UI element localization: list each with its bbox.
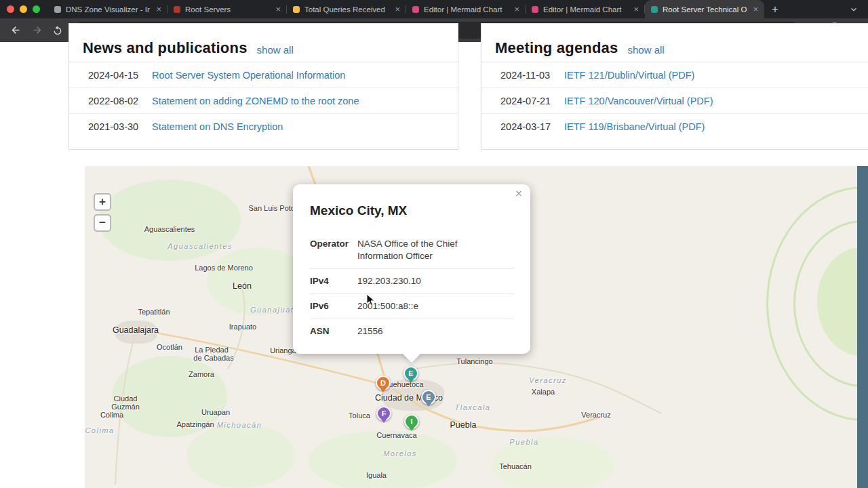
tab-close-icon[interactable]: ×	[393, 4, 400, 14]
map-place-label: Toluca	[349, 411, 370, 420]
popup-row-label: IPv4	[310, 275, 357, 287]
tab-title: Editor | Mermaid Chart	[424, 5, 508, 14]
tab-close-icon[interactable]: ×	[751, 4, 758, 14]
map-place-label: Zamora	[189, 370, 214, 378]
map-place-label: Veracruz	[529, 376, 567, 384]
map-place-label: Aguascalientes	[167, 242, 233, 250]
tab-favicon-icon	[651, 6, 658, 13]
news-link[interactable]: Statement on DNS Encryption	[152, 121, 283, 132]
map-place-label: Apatzingán	[176, 420, 214, 428]
popup-row: OperatorNASA Office of the Chief Informa…	[310, 232, 513, 269]
root-server-marker[interactable]: I	[404, 414, 419, 429]
forward-button[interactable]	[28, 22, 45, 39]
browser-tab[interactable]: Root Servers×	[167, 0, 287, 18]
news-row: 2024-04-15Root Server System Operational…	[69, 62, 458, 88]
map-place-label: Lagos de Moreno	[195, 264, 253, 272]
tab-title: Root Servers	[185, 5, 269, 14]
map-place-label: Guanajuato	[250, 306, 299, 314]
news-row: 2021-03-30Statement on DNS Encryption	[69, 114, 458, 140]
tab-close-icon[interactable]: ×	[155, 4, 161, 14]
window-minimize-button[interactable]	[20, 5, 27, 13]
meetings-heading: Meeting agendas	[495, 41, 618, 56]
news-link[interactable]: Root Server System Operational Informati…	[152, 70, 345, 81]
root-server-marker[interactable]: F	[376, 406, 391, 421]
tab-favicon-icon	[293, 6, 300, 13]
map-place-label: Ocotlán	[157, 343, 182, 351]
tab-title: DNS Zone Visualizer - Interac	[66, 5, 150, 14]
tab-favicon-icon	[412, 6, 419, 13]
meeting-link[interactable]: IETF 119/Brisbane/Virtual (PDF)	[564, 121, 705, 132]
tab-close-icon[interactable]: ×	[274, 4, 281, 14]
meeting-row: 2024-11-03IETF 121/Dublin/Virtual (PDF)	[481, 62, 868, 88]
news-date: 2021-03-30	[88, 121, 152, 132]
popup-row-label: Operator	[310, 238, 357, 262]
map-place-label: Xalapa	[532, 388, 555, 396]
map-place-label: Iguala	[366, 471, 387, 479]
popup-row: ASN21556	[310, 319, 513, 344]
map-sea	[857, 166, 868, 488]
news-date: 2024-04-15	[88, 70, 152, 81]
meetings-show-all-link[interactable]: show all	[627, 45, 664, 56]
tab-list: DNS Zone Visualizer - Interac×Root Serve…	[48, 0, 764, 18]
tab-close-icon[interactable]: ×	[513, 4, 519, 14]
news-card: News and publications show all 2024-04-1…	[68, 23, 458, 150]
tab-search-chevron-icon[interactable]	[849, 5, 868, 14]
map-place-label: Tulancingo	[456, 357, 492, 365]
news-row: 2022-08-02Statement on adding ZONEMD to …	[69, 88, 458, 114]
popup-row-label: ASN	[310, 325, 357, 338]
popup-title: Mexico City, MX	[310, 203, 513, 218]
meeting-date: 2024-07-21	[500, 96, 564, 106]
meeting-link[interactable]: IETF 121/Dublin/Virtual (PDF)	[564, 70, 694, 81]
browser-window: DNS Zone Visualizer - Interac×Root Serve…	[0, 0, 868, 488]
meeting-agendas-card: Meeting agendas show all 2024-11-03IETF …	[481, 23, 868, 150]
tab-favicon-icon	[174, 6, 180, 13]
window-controls	[0, 5, 48, 13]
page-content: News and publications show all 2024-04-1…	[0, 42, 868, 488]
meeting-link[interactable]: IETF 120/Vancouver/Virtual (PDF)	[564, 96, 713, 106]
map-place-label: Michoacán	[217, 421, 262, 429]
news-heading: News and publications	[83, 41, 248, 56]
root-server-map[interactable]: San Luis PotosíAguascalientesAguascalien…	[85, 166, 868, 488]
root-server-marker[interactable]: E	[403, 366, 418, 381]
map-place-label: Tlaxcala	[455, 403, 491, 411]
browser-tab[interactable]: Total Queries Received×	[287, 0, 406, 18]
map-place-label: Puebla	[509, 438, 538, 446]
map-place-label: Colima	[85, 426, 114, 434]
map-popup: × Mexico City, MX OperatorNASA Office of…	[293, 184, 530, 354]
browser-tab[interactable]: Editor | Mermaid Chart×	[406, 0, 526, 18]
map-place-label: Uruapan	[201, 408, 230, 416]
news-link[interactable]: Statement on adding ZONEMD to the root z…	[152, 96, 359, 106]
map-place-label: La Piedad	[195, 346, 229, 354]
map-place-label: Puebla	[450, 420, 477, 430]
map-zoom-in-button[interactable]: +	[94, 193, 111, 211]
root-server-marker[interactable]: E	[421, 390, 436, 405]
popup-row-value: NASA Office of the Chief Information Off…	[357, 238, 501, 262]
browser-tab[interactable]: Root Server Technical Opera×	[645, 0, 764, 18]
browser-tab[interactable]: DNS Zone Visualizer - Interac×	[48, 0, 167, 18]
window-zoom-button[interactable]	[33, 5, 40, 13]
tab-title: Root Server Technical Opera	[663, 5, 747, 14]
news-date: 2022-08-02	[88, 96, 152, 106]
browser-tab-bar: DNS Zone Visualizer - Interac×Root Serve…	[0, 0, 868, 18]
news-show-all-link[interactable]: show all	[257, 45, 294, 56]
meeting-date: 2024-11-03	[500, 70, 564, 81]
window-close-button[interactable]	[7, 5, 14, 13]
map-place-label: Veracruz	[581, 411, 610, 419]
reload-button[interactable]	[49, 22, 66, 39]
popup-row-label: IPv6	[310, 300, 357, 312]
popup-close-icon[interactable]: ×	[515, 188, 522, 199]
browser-tab[interactable]: Editor | Mermaid Chart×	[526, 0, 645, 18]
meeting-row: 2024-07-21IETF 120/Vancouver/Virtual (PD…	[481, 88, 868, 114]
map-place-label: Ciudad	[114, 394, 138, 403]
map-place-label: Guzmán	[111, 403, 140, 411]
new-tab-button[interactable]: +	[764, 0, 786, 18]
map-place-label: León	[233, 281, 252, 291]
mouse-cursor	[366, 293, 376, 307]
tab-close-icon[interactable]: ×	[632, 4, 639, 14]
map-zoom-out-button[interactable]: −	[94, 214, 111, 232]
map-place-label: Irapuato	[229, 323, 256, 331]
tab-title: Editor | Mermaid Chart	[543, 5, 627, 14]
root-server-marker[interactable]: D	[376, 375, 391, 390]
map-place-label: Tepatitlán	[138, 308, 170, 316]
back-button[interactable]	[7, 22, 24, 39]
